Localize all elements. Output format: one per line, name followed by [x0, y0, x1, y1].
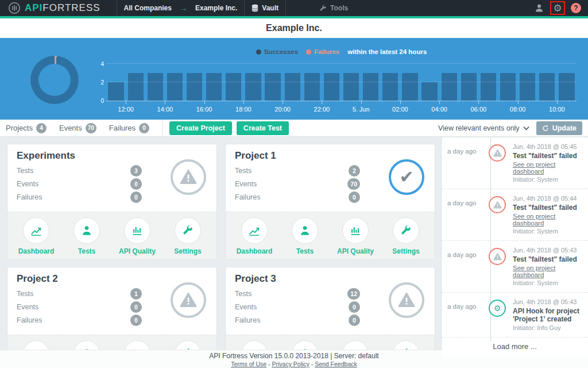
entry-initiator: Initiator: Info Guy — [513, 324, 581, 331]
project-name[interactable]: Project 1 — [235, 150, 425, 162]
card-actions: DashboardTestsAPI QualitySettings — [7, 335, 216, 350]
user-account-button[interactable] — [532, 1, 547, 15]
bar-slot — [478, 64, 498, 101]
privacy-policy-link[interactable]: Privacy Policy — [272, 361, 309, 367]
dashboard-icon — [248, 347, 261, 350]
success-bar — [461, 73, 477, 101]
counter-failures[interactable]: Failures 0 — [109, 123, 149, 133]
tests-icon — [80, 224, 93, 237]
entry-time-ago: a day ago — [447, 298, 489, 331]
action-label: Settings — [392, 247, 419, 255]
tests-action-button[interactable]: Tests — [284, 217, 326, 255]
api-quality-action-button[interactable]: API Quality — [116, 340, 158, 350]
success-bar — [285, 73, 300, 101]
entry-date: Jun, 4th 2018 @ 05:45 — [513, 143, 581, 150]
settings-action-button[interactable]: Settings — [385, 340, 427, 350]
create-project-button[interactable]: Create Project — [169, 121, 232, 135]
brand-logo[interactable]: APIFORTRESS — [8, 2, 100, 14]
entry-dashboard-link[interactable]: See on project dashboard — [513, 213, 581, 227]
api-quality-action-button[interactable]: API Quality — [334, 340, 377, 350]
brand-api: API — [25, 2, 42, 13]
bar-slot — [439, 64, 459, 101]
nav-vault[interactable]: Vault — [245, 0, 285, 16]
entry-dashboard-link[interactable]: See on project dashboard — [513, 264, 581, 278]
failures-row: Failures0 — [235, 191, 360, 203]
filter-label: View relevant events only — [438, 124, 520, 132]
counter-events[interactable]: Events 70 — [59, 123, 96, 133]
bar-slot — [400, 64, 420, 101]
action-circle — [74, 217, 100, 244]
events-timeline: a day agoJun, 4th 2018 @ 05:45Test "fail… — [442, 137, 588, 356]
counter-projects[interactable]: Projects 4 — [6, 123, 47, 133]
terms-of-use-link[interactable]: Terms of Use — [231, 361, 266, 367]
events-sidebar: a day agoJun, 4th 2018 @ 05:45Test "fail… — [441, 137, 588, 350]
dashboard-action-button[interactable]: Dashboard — [15, 340, 57, 350]
failure-warning-icon — [489, 248, 506, 265]
bar-slot — [106, 64, 126, 101]
action-circle — [124, 217, 150, 244]
action-circle — [292, 217, 318, 244]
action-circle — [241, 217, 268, 244]
settings-action-button[interactable]: Settings — [385, 217, 427, 255]
card-top: Project 1Tests2Events70Failures0✔ — [226, 144, 435, 212]
action-circle — [393, 340, 419, 350]
tests-action-button[interactable]: Tests — [284, 340, 326, 350]
toolbar-divider — [162, 120, 163, 137]
action-circle — [342, 217, 369, 244]
dashboard-action-button[interactable]: Dashboard — [233, 217, 276, 255]
warning-triangle-icon — [398, 292, 415, 309]
gear-icon: ⚙ — [553, 3, 562, 13]
tests-action-button[interactable]: Tests — [65, 217, 108, 255]
navbar-right: ⚙ ? — [532, 1, 583, 15]
projects-count-badge: 4 — [36, 123, 47, 133]
events-count-badge: 70 — [86, 123, 96, 133]
failures-label: Failures — [235, 316, 260, 324]
settings-action-button[interactable]: Settings — [167, 217, 209, 255]
current-company-label: Example Inc. — [195, 4, 237, 12]
footer-links: Terms of Use - Privacy Policy - Send Fee… — [0, 361, 588, 367]
create-test-button[interactable]: Create Test — [237, 121, 289, 135]
settings-gear-button[interactable]: ⚙ — [550, 1, 565, 15]
dashboard-action-button[interactable]: Dashboard — [15, 217, 57, 255]
project-name[interactable]: Project 2 — [17, 273, 207, 285]
update-button[interactable]: Update — [536, 121, 582, 135]
api-quality-icon — [131, 347, 144, 350]
project-name[interactable]: Project 3 — [235, 273, 425, 285]
tests-action-button[interactable]: Tests — [65, 340, 108, 350]
help-button[interactable]: ? — [568, 1, 583, 15]
bar-slot — [185, 64, 204, 101]
tools-wrench-icon — [319, 5, 327, 12]
legend-failures: Failures — [306, 48, 339, 55]
bar-slot — [498, 64, 518, 101]
nav-current-company[interactable]: Example Inc. — [188, 0, 244, 16]
bar-slot — [302, 64, 322, 101]
api-quality-action-button[interactable]: API Quality — [116, 217, 158, 255]
dashboard-action-button[interactable]: Dashboard — [233, 340, 276, 350]
nav-all-companies[interactable]: All Companies — [117, 0, 179, 16]
nav-tools[interactable]: Tools — [312, 0, 355, 16]
breadcrumb-arrow-icon: → — [179, 4, 188, 13]
load-more-button[interactable]: Load more ... — [442, 338, 588, 356]
page-header: Example Inc. — [0, 18, 588, 38]
project-status-circle — [171, 159, 206, 195]
tests-label: Tests — [17, 290, 33, 298]
project-status-circle — [389, 282, 424, 318]
card-actions: DashboardTestsAPI QualitySettings — [226, 335, 435, 350]
events-row: Events0 — [17, 178, 142, 190]
entry-dashboard-link[interactable]: See on project dashboard — [513, 161, 581, 175]
project-name[interactable]: Experiments — [17, 150, 207, 162]
bar-slot — [459, 64, 478, 101]
settings-icon — [182, 225, 194, 236]
x-axis-tick-label: 08:00 — [498, 106, 537, 113]
x-axis-tick-label: 06:00 — [459, 106, 498, 113]
action-circle — [342, 340, 369, 350]
projects-counter-label: Projects — [6, 124, 33, 132]
send-feedback-link[interactable]: Send Feedback — [315, 361, 357, 367]
events-filter-dropdown[interactable]: View relevant events only — [438, 124, 529, 132]
api-quality-action-button[interactable]: API Quality — [334, 217, 377, 255]
settings-action-button[interactable]: Settings — [167, 340, 209, 350]
success-bar — [206, 73, 222, 101]
all-companies-label: All Companies — [124, 4, 172, 12]
timeline-entries: a day agoJun, 4th 2018 @ 05:45Test "fail… — [442, 137, 588, 338]
entry-initiator: Initiator: System — [513, 176, 581, 183]
